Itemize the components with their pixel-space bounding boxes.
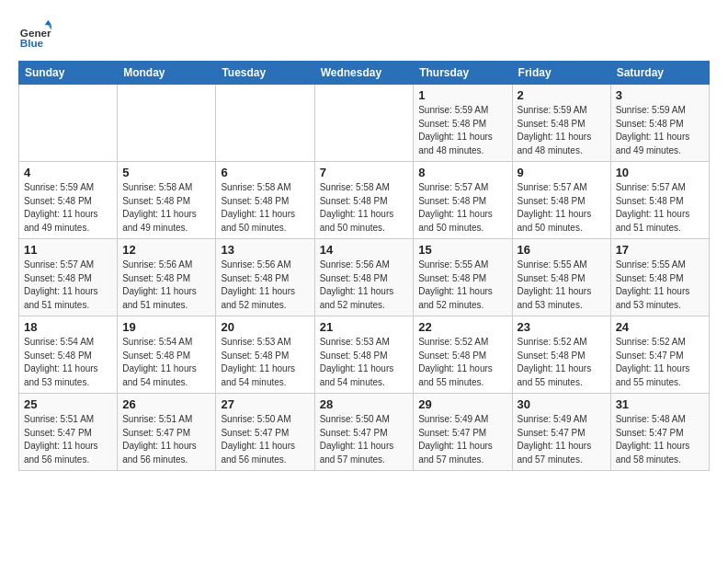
day-detail: Sunrise: 5:52 AM Sunset: 5:48 PM Dayligh… <box>518 336 606 389</box>
svg-text:Blue: Blue <box>20 37 44 49</box>
day-detail: Sunrise: 5:56 AM Sunset: 5:48 PM Dayligh… <box>221 259 309 312</box>
day-number: 14 <box>320 243 409 257</box>
day-number: 10 <box>616 166 704 179</box>
calendar-cell: 6Sunrise: 5:58 AM Sunset: 5:48 PM Daylig… <box>216 162 314 239</box>
day-detail: Sunrise: 5:49 AM Sunset: 5:47 PM Dayligh… <box>518 413 606 466</box>
day-number: 29 <box>418 397 506 411</box>
calendar-cell: 12Sunrise: 5:56 AM Sunset: 5:48 PM Dayli… <box>118 239 216 316</box>
header-cell-thursday: Thursday <box>414 62 512 85</box>
day-detail: Sunrise: 5:57 AM Sunset: 5:48 PM Dayligh… <box>616 181 704 235</box>
calendar-cell: 8Sunrise: 5:57 AM Sunset: 5:48 PM Daylig… <box>414 162 512 239</box>
calendar-cell: 14Sunrise: 5:56 AM Sunset: 5:48 PM Dayli… <box>314 239 414 316</box>
calendar-cell: 1Sunrise: 5:59 AM Sunset: 5:48 PM Daylig… <box>414 85 512 162</box>
day-detail: Sunrise: 5:55 AM Sunset: 5:48 PM Dayligh… <box>418 259 506 312</box>
calendar-cell: 24Sunrise: 5:52 AM Sunset: 5:47 PM Dayli… <box>610 316 709 394</box>
day-number: 23 <box>518 320 606 334</box>
day-number: 16 <box>518 243 606 257</box>
calendar-cell: 3Sunrise: 5:59 AM Sunset: 5:48 PM Daylig… <box>610 85 709 162</box>
calendar-cell: 17Sunrise: 5:55 AM Sunset: 5:48 PM Dayli… <box>610 239 709 316</box>
calendar-cell: 29Sunrise: 5:49 AM Sunset: 5:47 PM Dayli… <box>414 394 512 471</box>
day-detail: Sunrise: 5:54 AM Sunset: 5:48 PM Dayligh… <box>122 336 210 389</box>
day-detail: Sunrise: 5:59 AM Sunset: 5:48 PM Dayligh… <box>24 181 112 235</box>
day-number: 17 <box>616 243 704 257</box>
page-header: General Blue <box>18 18 710 52</box>
calendar-cell: 25Sunrise: 5:51 AM Sunset: 5:47 PM Dayli… <box>19 394 118 471</box>
logo: General Blue <box>18 18 51 52</box>
day-number: 22 <box>418 320 506 334</box>
day-number: 21 <box>320 320 409 334</box>
day-detail: Sunrise: 5:57 AM Sunset: 5:48 PM Dayligh… <box>24 259 112 312</box>
calendar-cell <box>118 85 216 162</box>
day-number: 8 <box>418 166 506 179</box>
svg-marker-2 <box>45 20 51 25</box>
header-cell-sunday: Sunday <box>19 62 118 85</box>
header-cell-tuesday: Tuesday <box>216 62 314 85</box>
calendar-cell: 19Sunrise: 5:54 AM Sunset: 5:48 PM Dayli… <box>118 316 216 394</box>
day-number: 18 <box>24 320 112 334</box>
day-number: 19 <box>122 320 210 334</box>
day-number: 31 <box>616 397 704 411</box>
day-detail: Sunrise: 5:59 AM Sunset: 5:48 PM Dayligh… <box>616 104 704 157</box>
day-detail: Sunrise: 5:57 AM Sunset: 5:48 PM Dayligh… <box>518 181 606 235</box>
calendar-cell: 26Sunrise: 5:51 AM Sunset: 5:47 PM Dayli… <box>118 394 216 471</box>
day-detail: Sunrise: 5:53 AM Sunset: 5:48 PM Dayligh… <box>221 336 309 389</box>
day-number: 25 <box>24 397 112 411</box>
calendar-cell: 9Sunrise: 5:57 AM Sunset: 5:48 PM Daylig… <box>512 162 610 239</box>
calendar-cell: 18Sunrise: 5:54 AM Sunset: 5:48 PM Dayli… <box>19 316 118 394</box>
day-detail: Sunrise: 5:59 AM Sunset: 5:48 PM Dayligh… <box>418 104 506 157</box>
day-number: 28 <box>320 397 409 411</box>
day-detail: Sunrise: 5:53 AM Sunset: 5:48 PM Dayligh… <box>320 336 409 389</box>
calendar-cell: 15Sunrise: 5:55 AM Sunset: 5:48 PM Dayli… <box>414 239 512 316</box>
day-number: 30 <box>518 397 606 411</box>
calendar-cell: 30Sunrise: 5:49 AM Sunset: 5:47 PM Dayli… <box>512 394 610 471</box>
day-number: 13 <box>221 243 309 257</box>
day-detail: Sunrise: 5:56 AM Sunset: 5:48 PM Dayligh… <box>122 259 210 312</box>
header-cell-wednesday: Wednesday <box>314 62 414 85</box>
day-number: 12 <box>122 243 210 257</box>
calendar-cell: 20Sunrise: 5:53 AM Sunset: 5:48 PM Dayli… <box>216 316 314 394</box>
calendar-cell: 11Sunrise: 5:57 AM Sunset: 5:48 PM Dayli… <box>19 239 118 316</box>
day-number: 9 <box>518 166 606 179</box>
week-row-1: 1Sunrise: 5:59 AM Sunset: 5:48 PM Daylig… <box>19 85 710 162</box>
day-detail: Sunrise: 5:48 AM Sunset: 5:47 PM Dayligh… <box>616 413 704 466</box>
day-detail: Sunrise: 5:54 AM Sunset: 5:48 PM Dayligh… <box>24 336 112 389</box>
header-cell-friday: Friday <box>512 62 610 85</box>
day-detail: Sunrise: 5:55 AM Sunset: 5:48 PM Dayligh… <box>616 259 704 312</box>
calendar-cell: 13Sunrise: 5:56 AM Sunset: 5:48 PM Dayli… <box>216 239 314 316</box>
week-row-5: 25Sunrise: 5:51 AM Sunset: 5:47 PM Dayli… <box>19 394 710 471</box>
calendar-cell: 23Sunrise: 5:52 AM Sunset: 5:48 PM Dayli… <box>512 316 610 394</box>
header-row: SundayMondayTuesdayWednesdayThursdayFrid… <box>19 62 710 85</box>
day-detail: Sunrise: 5:58 AM Sunset: 5:48 PM Dayligh… <box>122 181 210 235</box>
day-number: 5 <box>122 166 210 179</box>
day-number: 26 <box>122 397 210 411</box>
calendar-cell <box>216 85 314 162</box>
calendar-cell <box>314 85 414 162</box>
day-number: 6 <box>221 166 309 179</box>
day-number: 15 <box>418 243 506 257</box>
calendar-cell: 4Sunrise: 5:59 AM Sunset: 5:48 PM Daylig… <box>19 162 118 239</box>
calendar-cell: 27Sunrise: 5:50 AM Sunset: 5:47 PM Dayli… <box>216 394 314 471</box>
day-detail: Sunrise: 5:52 AM Sunset: 5:48 PM Dayligh… <box>418 336 506 389</box>
day-number: 4 <box>24 166 112 179</box>
day-number: 3 <box>616 88 704 102</box>
header-cell-saturday: Saturday <box>610 62 709 85</box>
day-detail: Sunrise: 5:57 AM Sunset: 5:48 PM Dayligh… <box>418 181 506 235</box>
calendar-cell: 2Sunrise: 5:59 AM Sunset: 5:48 PM Daylig… <box>512 85 610 162</box>
calendar-cell: 16Sunrise: 5:55 AM Sunset: 5:48 PM Dayli… <box>512 239 610 316</box>
calendar-cell: 28Sunrise: 5:50 AM Sunset: 5:47 PM Dayli… <box>314 394 414 471</box>
week-row-4: 18Sunrise: 5:54 AM Sunset: 5:48 PM Dayli… <box>19 316 710 394</box>
calendar-cell <box>19 85 118 162</box>
week-row-3: 11Sunrise: 5:57 AM Sunset: 5:48 PM Dayli… <box>19 239 710 316</box>
day-number: 20 <box>221 320 309 334</box>
day-number: 24 <box>616 320 704 334</box>
calendar-cell: 21Sunrise: 5:53 AM Sunset: 5:48 PM Dayli… <box>314 316 414 394</box>
header-cell-monday: Monday <box>118 62 216 85</box>
calendar-cell: 7Sunrise: 5:58 AM Sunset: 5:48 PM Daylig… <box>314 162 414 239</box>
day-detail: Sunrise: 5:58 AM Sunset: 5:48 PM Dayligh… <box>320 181 409 235</box>
day-detail: Sunrise: 5:55 AM Sunset: 5:48 PM Dayligh… <box>518 259 606 312</box>
day-number: 27 <box>221 397 309 411</box>
day-detail: Sunrise: 5:51 AM Sunset: 5:47 PM Dayligh… <box>122 413 210 466</box>
week-row-2: 4Sunrise: 5:59 AM Sunset: 5:48 PM Daylig… <box>19 162 710 239</box>
logo-icon: General Blue <box>18 18 51 52</box>
day-number: 7 <box>320 166 409 179</box>
